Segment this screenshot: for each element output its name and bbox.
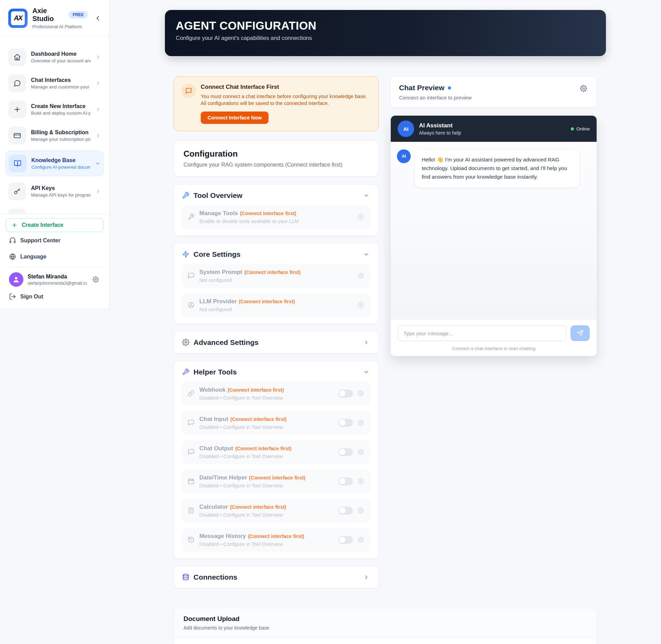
calendar-icon bbox=[188, 478, 195, 485]
gear-icon bbox=[358, 537, 364, 543]
message-history-toggle[interactable] bbox=[338, 536, 353, 544]
datetime-helper-settings-button[interactable] bbox=[357, 477, 365, 485]
key-icon bbox=[8, 182, 26, 200]
database-icon bbox=[182, 573, 189, 581]
chat-preview-settings-button[interactable] bbox=[579, 84, 588, 93]
sidebar-item-domain-management[interactable]: Domain Management bbox=[6, 207, 104, 214]
chat-input-toggle[interactable] bbox=[338, 419, 353, 427]
item-title: Message History bbox=[199, 533, 246, 539]
configuration-subtitle: Configure your RAG system components (Co… bbox=[183, 162, 369, 168]
sidebar-item-chat-interfaces[interactable]: Chat Interfaces Manage and customize you… bbox=[6, 72, 104, 94]
sidebar-item-desc: Build and deploy custom AI-p... bbox=[31, 110, 91, 116]
webhook-toggle[interactable] bbox=[338, 390, 353, 398]
system-prompt-settings-button[interactable] bbox=[357, 272, 365, 279]
collapse-section-button[interactable] bbox=[363, 251, 370, 258]
sign-out-button[interactable]: Sign Out bbox=[6, 288, 104, 304]
sidebar-item-label: Dashboard Home bbox=[31, 51, 91, 57]
page-header: AGENT CONFIGURATION Configure your AI ag… bbox=[165, 10, 606, 56]
chevron-down-icon bbox=[363, 251, 369, 257]
blue-dot-indicator bbox=[448, 86, 451, 89]
message-history-settings-button[interactable] bbox=[357, 536, 365, 543]
item-title: System Prompt bbox=[199, 269, 242, 275]
item-title: Calculator bbox=[199, 504, 228, 510]
section-title: Tool Overview bbox=[193, 191, 358, 200]
document-upload-title: Document Upload bbox=[183, 615, 587, 623]
sidebar-nav: Dashboard Home Overview of your account … bbox=[0, 36, 109, 214]
sidebar-item-knowledge-base[interactable]: Knowledge Base Configure AI-powered docu… bbox=[6, 151, 104, 176]
item-desc: Not configured bbox=[199, 307, 352, 312]
sidebar-item-desc: Manage and customize your c... bbox=[31, 84, 91, 89]
item-desc: Disabled • Configure in Tool Overview bbox=[199, 454, 334, 459]
sidebar-collapse-button[interactable] bbox=[93, 13, 103, 23]
connect-interface-now-button[interactable]: Connect Interface Now bbox=[201, 112, 269, 124]
sidebar-item-create-new-interface[interactable]: Create New Interface Build and deploy cu… bbox=[6, 98, 104, 120]
gear-icon bbox=[358, 420, 364, 426]
chat-preview-title: Chat Preview bbox=[399, 84, 444, 92]
expand-section-button[interactable] bbox=[363, 339, 370, 346]
core-settings-section: Core Settings System Prompt(Connect inte… bbox=[174, 243, 379, 324]
chat-output-settings-button[interactable] bbox=[357, 448, 365, 456]
wrench-icon bbox=[182, 192, 189, 199]
collapse-section-button[interactable] bbox=[363, 192, 370, 199]
calculator-toggle[interactable] bbox=[338, 507, 353, 515]
chevron-right-icon bbox=[95, 81, 101, 86]
chat-output-item: Chat Output(Connect interface first) Dis… bbox=[182, 440, 370, 464]
collapse-section-button[interactable] bbox=[363, 368, 370, 376]
support-center-button[interactable]: Support Center bbox=[6, 232, 104, 248]
item-tag: (Connect interface first) bbox=[249, 475, 306, 481]
chevron-right-icon bbox=[363, 339, 369, 346]
manage-tools-item: Manage Tools(Connect interface first) En… bbox=[182, 205, 370, 229]
user-card: Stefan Miranda stefanjohnmiranda3@gmail.… bbox=[6, 267, 104, 288]
item-tag: (Connect interface first) bbox=[248, 534, 304, 539]
send-button[interactable] bbox=[570, 325, 590, 341]
sidebar-item-dashboard-home[interactable]: Dashboard Home Overview of your account … bbox=[6, 46, 104, 68]
document-upload-subtitle: Add documents to your knowledge base bbox=[183, 625, 587, 631]
create-interface-button[interactable]: Create Interface bbox=[6, 218, 104, 232]
sidebar-item-label: Billing & Subscription bbox=[31, 129, 91, 136]
language-button[interactable]: Language bbox=[6, 248, 104, 264]
credit-card-icon bbox=[8, 127, 26, 145]
gear-icon bbox=[93, 276, 99, 283]
sign-out-icon bbox=[9, 293, 16, 300]
advanced-settings-section[interactable]: Advanced Settings bbox=[174, 331, 379, 354]
chevron-down-icon bbox=[363, 192, 369, 199]
system-prompt-item: System Prompt(Connect interface first) N… bbox=[182, 264, 370, 288]
ai-avatar: AI bbox=[398, 120, 414, 137]
brand-logo-monogram: AX bbox=[11, 11, 25, 25]
wrench-icon bbox=[182, 368, 189, 376]
item-desc: Disabled • Configure in Tool Overview bbox=[199, 483, 334, 488]
chat-input-settings-button[interactable] bbox=[357, 419, 365, 426]
webhook-settings-button[interactable] bbox=[357, 390, 365, 397]
lightning-icon bbox=[182, 251, 189, 258]
gear-icon bbox=[358, 390, 364, 397]
configuration-title: Configuration bbox=[183, 149, 369, 159]
item-desc: Enable or disable tools available to you… bbox=[199, 219, 352, 224]
user-settings-button[interactable] bbox=[91, 275, 100, 284]
brand-tagline: Professional AI Platform bbox=[32, 24, 88, 29]
chat-footer-note: Connect a chat interface to start chatti… bbox=[398, 346, 590, 351]
sidebar-item-api-keys[interactable]: API Keys Manage API keys for program... bbox=[6, 180, 104, 202]
section-title: Helper Tools bbox=[193, 368, 358, 376]
message-input[interactable] bbox=[398, 325, 566, 341]
warning-body: You must connect a chat interface before… bbox=[201, 93, 371, 107]
message-square-icon bbox=[188, 448, 195, 455]
manage-tools-settings-button[interactable] bbox=[357, 213, 365, 221]
sign-out-label: Sign Out bbox=[20, 294, 43, 300]
gear-icon bbox=[358, 302, 364, 308]
online-dot bbox=[571, 127, 574, 130]
plus-icon bbox=[8, 101, 26, 118]
expand-section-button[interactable] bbox=[363, 573, 370, 581]
connections-section[interactable]: Connections bbox=[174, 566, 379, 589]
item-tag: (Connect interface first) bbox=[230, 504, 286, 510]
chat-output-toggle[interactable] bbox=[338, 448, 353, 456]
calculator-settings-button[interactable] bbox=[357, 507, 365, 514]
support-center-label: Support Center bbox=[20, 237, 60, 244]
message-square-icon bbox=[188, 419, 195, 426]
datetime-helper-toggle[interactable] bbox=[338, 477, 353, 485]
sidebar-item-desc: Configure AI-powered docum... bbox=[31, 165, 90, 170]
sidebar-item-billing-subscription[interactable]: Billing & Subscription Manage your subsc… bbox=[6, 125, 104, 147]
connect-warning-banner: Connect Chat Interface First You must co… bbox=[174, 76, 379, 131]
chat-header: AI AI Assistant Always here to help Onli… bbox=[391, 116, 597, 142]
llm-provider-settings-button[interactable] bbox=[357, 301, 365, 309]
message-history-item: Message History(Connect interface first)… bbox=[182, 528, 370, 552]
